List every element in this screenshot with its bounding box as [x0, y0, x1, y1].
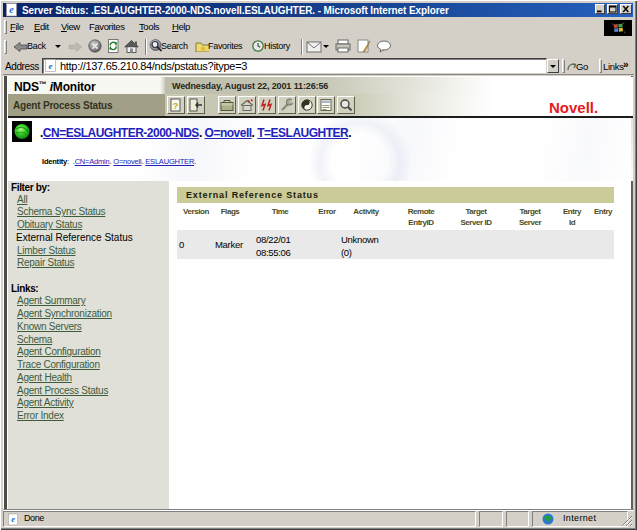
svg-text:e: e: [49, 61, 53, 71]
svg-text:e: e: [9, 4, 14, 15]
svg-text:?: ?: [173, 101, 179, 111]
svg-text:e: e: [11, 515, 15, 524]
